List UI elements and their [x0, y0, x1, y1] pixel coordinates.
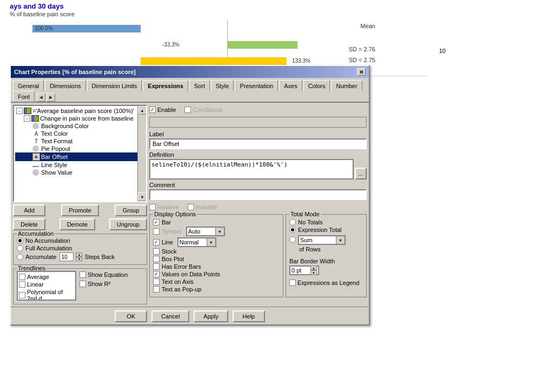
tree-item-0[interactable]: - ='Average baseline pain score (100%)'	[15, 107, 145, 115]
values-dp-row[interactable]: Values on Data Points	[153, 271, 280, 277]
box-plot-checkbox[interactable]	[153, 256, 160, 262]
ok-button[interactable]: OK	[115, 310, 147, 322]
tree-item-4[interactable]: T Text Format	[15, 137, 145, 145]
definition-ellipsis-btn[interactable]: ...	[355, 168, 367, 180]
tree-scrollbar[interactable]: ▲ ▼	[137, 106, 146, 201]
bar-checkbox[interactable]	[153, 219, 160, 225]
trend-list-item-1[interactable]: Linear	[19, 281, 74, 288]
sum-arrow[interactable]: ▼	[336, 236, 345, 244]
tab-style[interactable]: Style	[211, 80, 234, 91]
no-accumulation-radio[interactable]: No Accumulation	[17, 237, 143, 244]
tab-font[interactable]: Font	[13, 91, 35, 102]
steps-up-btn[interactable]: ▲	[76, 253, 82, 257]
bar-row[interactable]: Bar	[153, 219, 280, 225]
bar-border-input[interactable]: 0 pt ▲ ▼	[289, 265, 319, 275]
conditional-checkbox[interactable]	[184, 107, 191, 113]
scroll-up-btn[interactable]: ▲	[138, 106, 147, 115]
ungroup-button[interactable]: Ungroup	[109, 218, 147, 230]
bar-border-up[interactable]: ▲	[310, 265, 317, 270]
full-accumulation-radio[interactable]: Full Accumulation	[17, 245, 143, 251]
tab-dimensions[interactable]: Dimensions	[45, 80, 85, 91]
symbol-combo[interactable]: Auto ▼	[186, 227, 225, 236]
enable-item[interactable]: Enable	[149, 107, 176, 113]
tab-general[interactable]: General	[13, 80, 44, 91]
tree-item-2[interactable]: Background Color	[15, 122, 145, 130]
tab-nav-left[interactable]: ◄	[37, 93, 45, 102]
tree-item-7[interactable]: Line Style	[15, 161, 145, 169]
sum-radio-btn[interactable]	[289, 236, 296, 243]
help-button[interactable]: Help	[233, 310, 265, 322]
steps-input[interactable]: 10	[59, 253, 74, 261]
group-button[interactable]: Group	[115, 204, 147, 216]
trend-list-item-2[interactable]: Polynomial of 2nd d...	[19, 288, 74, 301]
tree-expand-0[interactable]: -	[16, 108, 23, 114]
tab-number[interactable]: Number	[331, 80, 362, 91]
show-equation-item[interactable]: Show Equation	[80, 271, 128, 278]
expr-legend-checkbox[interactable]	[289, 280, 296, 286]
line-arrow[interactable]: ▼	[207, 238, 215, 246]
promote-button[interactable]: Promote	[61, 204, 99, 216]
apply-button[interactable]: Apply	[194, 310, 228, 322]
tab-expressions[interactable]: Expressions	[143, 81, 188, 91]
no-totals-radio[interactable]: No Totals	[289, 219, 363, 225]
symbol-arrow[interactable]: ▼	[215, 228, 224, 235]
text-popup-row[interactable]: Text as Pop-up	[153, 286, 280, 293]
error-bars-checkbox[interactable]	[153, 263, 160, 270]
poly-checkbox[interactable]	[19, 292, 25, 298]
invisible-item[interactable]: Invisible	[188, 204, 217, 210]
line-combo[interactable]: Normal ▼	[177, 237, 216, 247]
expr-legend-item[interactable]: Expressions as Legend	[289, 280, 363, 286]
tab-presentation[interactable]: Presentation	[235, 80, 278, 91]
relative-checkbox[interactable]	[149, 204, 156, 210]
steps-spinner[interactable]: ▲ ▼	[76, 253, 82, 261]
values-dp-checkbox[interactable]	[153, 271, 160, 277]
error-bars-row[interactable]: Has Error Bars	[153, 263, 280, 270]
bar-border-spinner[interactable]: ▲ ▼	[310, 265, 317, 275]
conditional-item[interactable]: Conditional	[184, 107, 222, 113]
text-axis-row[interactable]: Text on Axis	[153, 278, 280, 285]
enable-checkbox[interactable]	[149, 107, 156, 113]
no-totals-radio-btn[interactable]	[289, 219, 296, 225]
scroll-down-btn[interactable]: ▼	[138, 192, 147, 201]
close-button[interactable]: ✕	[357, 68, 366, 76]
tab-dimension-limits[interactable]: Dimension Limits	[87, 80, 142, 91]
invisible-checkbox[interactable]	[188, 204, 194, 210]
linear-checkbox[interactable]	[19, 281, 25, 288]
label-input[interactable]	[149, 138, 367, 149]
box-plot-row[interactable]: Box Plot	[153, 256, 280, 262]
accumulate-radio-btn[interactable]	[17, 254, 23, 260]
tab-sort[interactable]: Sort	[189, 80, 210, 91]
steps-down-btn[interactable]: ▼	[76, 257, 82, 261]
comment-input[interactable]	[149, 189, 367, 200]
tab-axes[interactable]: Axes	[279, 80, 302, 91]
demote-button[interactable]: Demote	[59, 218, 96, 230]
relative-item[interactable]: Relative	[149, 204, 179, 210]
symbol-checkbox[interactable]	[153, 228, 160, 235]
expression-total-radio-btn[interactable]	[289, 227, 296, 233]
show-r2-checkbox[interactable]	[80, 281, 86, 287]
line-checkbox[interactable]	[153, 239, 160, 245]
tree-expand-1[interactable]: -	[24, 115, 30, 122]
tree-item-1[interactable]: - Change in pain score from baseline	[15, 115, 145, 122]
stock-checkbox[interactable]	[153, 248, 160, 255]
definition-textarea[interactable]	[149, 159, 354, 180]
sum-radio[interactable]: Sum ▼	[289, 234, 363, 245]
show-equation-checkbox[interactable]	[80, 271, 86, 278]
show-r2-item[interactable]: Show R²	[80, 281, 128, 287]
line-row[interactable]: Line Normal ▼	[153, 237, 280, 247]
tab-colors[interactable]: Colors	[303, 80, 330, 91]
sum-combo[interactable]: Sum ▼	[298, 235, 346, 245]
average-checkbox[interactable]	[19, 274, 25, 280]
delete-button[interactable]: Delete	[13, 218, 45, 230]
cancel-button[interactable]: Cancel	[151, 310, 189, 322]
expression-total-radio[interactable]: Expression Total	[289, 227, 363, 233]
no-accumulation-radio-btn[interactable]	[17, 237, 23, 244]
trend-list-item-0[interactable]: Average	[19, 273, 74, 281]
tree-item-3[interactable]: A Text Color	[15, 130, 145, 137]
text-axis-checkbox[interactable]	[153, 278, 160, 285]
bar-border-down[interactable]: ▼	[310, 270, 317, 275]
full-accumulation-radio-btn[interactable]	[17, 245, 23, 251]
stock-row[interactable]: Stock	[153, 248, 280, 255]
symbol-row[interactable]: Symbol Auto ▼	[153, 227, 280, 236]
tree-item-8[interactable]: Show Value	[15, 169, 145, 176]
